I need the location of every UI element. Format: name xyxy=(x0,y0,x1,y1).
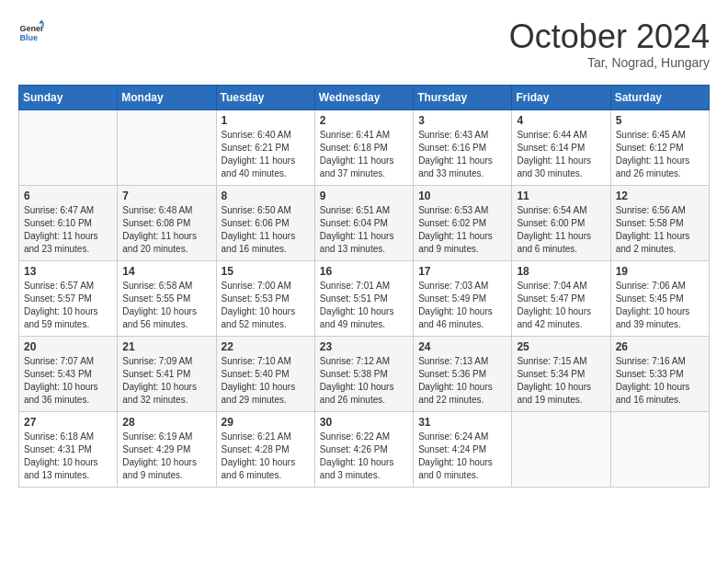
calendar-cell: 27Sunrise: 6:18 AM Sunset: 4:31 PM Dayli… xyxy=(19,411,118,487)
day-number: 24 xyxy=(418,340,506,353)
weekday-header-monday: Monday xyxy=(118,85,216,109)
calendar-cell: 4Sunrise: 6:44 AM Sunset: 6:14 PM Daylig… xyxy=(512,109,610,185)
svg-text:Blue: Blue xyxy=(19,33,38,42)
location-title: Tar, Nograd, Hungary xyxy=(509,55,710,70)
calendar-cell: 2Sunrise: 6:41 AM Sunset: 6:18 PM Daylig… xyxy=(314,109,413,185)
calendar-cell: 13Sunrise: 6:57 AM Sunset: 5:57 PM Dayli… xyxy=(19,260,118,336)
day-detail: Sunrise: 6:40 AM Sunset: 6:21 PM Dayligh… xyxy=(222,129,310,180)
day-number: 13 xyxy=(24,265,112,278)
calendar-cell: 26Sunrise: 7:16 AM Sunset: 5:33 PM Dayli… xyxy=(610,336,709,411)
day-detail: Sunrise: 6:18 AM Sunset: 4:31 PM Dayligh… xyxy=(24,431,112,482)
day-number: 4 xyxy=(517,114,605,127)
day-number: 5 xyxy=(616,114,704,127)
calendar-cell: 19Sunrise: 7:06 AM Sunset: 5:45 PM Dayli… xyxy=(610,260,709,336)
day-detail: Sunrise: 6:44 AM Sunset: 6:14 PM Dayligh… xyxy=(517,129,605,180)
day-number: 2 xyxy=(320,114,408,127)
day-detail: Sunrise: 7:07 AM Sunset: 5:43 PM Dayligh… xyxy=(24,355,112,407)
day-detail: Sunrise: 6:54 AM Sunset: 6:00 PM Dayligh… xyxy=(517,204,605,256)
calendar-cell: 14Sunrise: 6:58 AM Sunset: 5:55 PM Dayli… xyxy=(118,260,216,336)
calendar-cell: 10Sunrise: 6:53 AM Sunset: 6:02 PM Dayli… xyxy=(414,185,512,260)
calendar-cell: 12Sunrise: 6:56 AM Sunset: 5:58 PM Dayli… xyxy=(610,185,709,260)
day-detail: Sunrise: 6:43 AM Sunset: 6:16 PM Dayligh… xyxy=(418,129,506,180)
calendar-cell: 28Sunrise: 6:19 AM Sunset: 4:29 PM Dayli… xyxy=(118,411,216,487)
calendar-cell: 6Sunrise: 6:47 AM Sunset: 6:10 PM Daylig… xyxy=(19,185,118,260)
calendar-cell: 11Sunrise: 6:54 AM Sunset: 6:00 PM Dayli… xyxy=(512,185,610,260)
day-number: 18 xyxy=(517,265,605,278)
calendar-cell xyxy=(512,411,610,487)
day-detail: Sunrise: 6:22 AM Sunset: 4:26 PM Dayligh… xyxy=(320,431,408,482)
day-detail: Sunrise: 7:13 AM Sunset: 5:36 PM Dayligh… xyxy=(418,355,506,407)
weekday-header-row: SundayMondayTuesdayWednesdayThursdayFrid… xyxy=(19,85,710,109)
weekday-header-tuesday: Tuesday xyxy=(216,85,314,109)
calendar-table: SundayMondayTuesdayWednesdayThursdayFrid… xyxy=(18,85,710,488)
calendar-cell: 24Sunrise: 7:13 AM Sunset: 5:36 PM Dayli… xyxy=(414,336,512,411)
day-number: 8 xyxy=(222,190,310,202)
day-detail: Sunrise: 6:24 AM Sunset: 4:24 PM Dayligh… xyxy=(418,431,506,482)
day-number: 31 xyxy=(418,416,506,429)
weekday-header-saturday: Saturday xyxy=(610,85,709,109)
day-number: 14 xyxy=(122,265,210,278)
day-number: 20 xyxy=(24,340,112,353)
calendar-row-1: 6Sunrise: 6:47 AM Sunset: 6:10 PM Daylig… xyxy=(19,185,710,260)
day-detail: Sunrise: 6:41 AM Sunset: 6:18 PM Dayligh… xyxy=(320,129,408,180)
calendar-cell: 15Sunrise: 7:00 AM Sunset: 5:53 PM Dayli… xyxy=(216,260,314,336)
logo-icon: General Blue xyxy=(18,18,44,44)
calendar-cell: 9Sunrise: 6:51 AM Sunset: 6:04 PM Daylig… xyxy=(314,185,413,260)
day-number: 12 xyxy=(616,190,704,202)
calendar-cell: 29Sunrise: 6:21 AM Sunset: 4:28 PM Dayli… xyxy=(216,411,314,487)
calendar-cell: 16Sunrise: 7:01 AM Sunset: 5:51 PM Dayli… xyxy=(314,260,413,336)
day-detail: Sunrise: 7:10 AM Sunset: 5:40 PM Dayligh… xyxy=(222,355,310,407)
day-number: 28 xyxy=(122,416,210,429)
day-number: 22 xyxy=(222,340,310,353)
day-number: 21 xyxy=(122,340,210,353)
day-number: 29 xyxy=(222,416,310,429)
calendar-cell: 18Sunrise: 7:04 AM Sunset: 5:47 PM Dayli… xyxy=(512,260,610,336)
calendar-cell xyxy=(610,411,709,487)
day-number: 7 xyxy=(122,190,210,202)
day-detail: Sunrise: 7:00 AM Sunset: 5:53 PM Dayligh… xyxy=(222,280,310,331)
calendar-cell: 7Sunrise: 6:48 AM Sunset: 6:08 PM Daylig… xyxy=(118,185,216,260)
day-number: 10 xyxy=(418,190,506,202)
calendar-cell xyxy=(118,109,216,185)
calendar-cell: 5Sunrise: 6:45 AM Sunset: 6:12 PM Daylig… xyxy=(610,109,709,185)
day-detail: Sunrise: 6:45 AM Sunset: 6:12 PM Dayligh… xyxy=(616,129,704,180)
day-detail: Sunrise: 6:57 AM Sunset: 5:57 PM Dayligh… xyxy=(24,280,112,331)
day-number: 9 xyxy=(320,190,408,202)
page-header: General Blue October 2024 Tar, Nograd, H… xyxy=(18,18,710,70)
svg-marker-2 xyxy=(39,19,44,23)
calendar-cell: 3Sunrise: 6:43 AM Sunset: 6:16 PM Daylig… xyxy=(414,109,512,185)
day-detail: Sunrise: 7:06 AM Sunset: 5:45 PM Dayligh… xyxy=(616,280,704,331)
calendar-row-0: 1Sunrise: 6:40 AM Sunset: 6:21 PM Daylig… xyxy=(19,109,710,185)
day-detail: Sunrise: 7:09 AM Sunset: 5:41 PM Dayligh… xyxy=(122,355,210,407)
day-number: 11 xyxy=(517,190,605,202)
title-block: October 2024 Tar, Nograd, Hungary xyxy=(509,18,710,70)
day-detail: Sunrise: 6:53 AM Sunset: 6:02 PM Dayligh… xyxy=(418,204,506,256)
day-detail: Sunrise: 6:48 AM Sunset: 6:08 PM Dayligh… xyxy=(122,204,210,256)
calendar-cell: 21Sunrise: 7:09 AM Sunset: 5:41 PM Dayli… xyxy=(118,336,216,411)
calendar-cell: 1Sunrise: 6:40 AM Sunset: 6:21 PM Daylig… xyxy=(216,109,314,185)
weekday-header-friday: Friday xyxy=(512,85,610,109)
day-number: 19 xyxy=(616,265,704,278)
day-number: 17 xyxy=(418,265,506,278)
day-number: 15 xyxy=(222,265,310,278)
month-title: October 2024 xyxy=(509,18,710,55)
calendar-cell xyxy=(19,109,118,185)
calendar-cell: 30Sunrise: 6:22 AM Sunset: 4:26 PM Dayli… xyxy=(314,411,413,487)
svg-text:General: General xyxy=(19,24,44,33)
calendar-cell: 22Sunrise: 7:10 AM Sunset: 5:40 PM Dayli… xyxy=(216,336,314,411)
day-number: 16 xyxy=(320,265,408,278)
day-detail: Sunrise: 7:16 AM Sunset: 5:33 PM Dayligh… xyxy=(616,355,704,407)
day-detail: Sunrise: 7:01 AM Sunset: 5:51 PM Dayligh… xyxy=(320,280,408,331)
day-detail: Sunrise: 6:21 AM Sunset: 4:28 PM Dayligh… xyxy=(222,431,310,482)
weekday-header-sunday: Sunday xyxy=(19,85,118,109)
calendar-cell: 20Sunrise: 7:07 AM Sunset: 5:43 PM Dayli… xyxy=(19,336,118,411)
calendar-cell: 17Sunrise: 7:03 AM Sunset: 5:49 PM Dayli… xyxy=(414,260,512,336)
calendar-cell: 23Sunrise: 7:12 AM Sunset: 5:38 PM Dayli… xyxy=(314,336,413,411)
day-detail: Sunrise: 6:58 AM Sunset: 5:55 PM Dayligh… xyxy=(122,280,210,331)
calendar-row-4: 27Sunrise: 6:18 AM Sunset: 4:31 PM Dayli… xyxy=(19,411,710,487)
day-detail: Sunrise: 7:03 AM Sunset: 5:49 PM Dayligh… xyxy=(418,280,506,331)
day-detail: Sunrise: 7:04 AM Sunset: 5:47 PM Dayligh… xyxy=(517,280,605,331)
day-detail: Sunrise: 6:56 AM Sunset: 5:58 PM Dayligh… xyxy=(616,204,704,256)
logo: General Blue xyxy=(18,18,44,44)
day-number: 1 xyxy=(222,114,310,127)
